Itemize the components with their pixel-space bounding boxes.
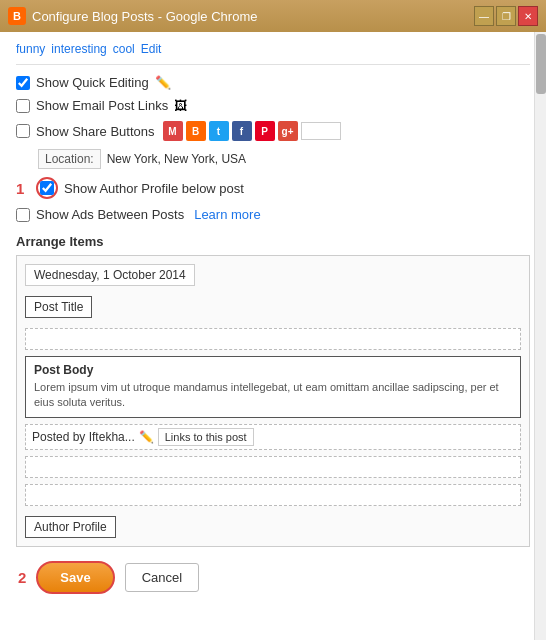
- email-links-label: Show Email Post Links: [36, 98, 168, 113]
- share-buttons-checkbox[interactable]: [16, 124, 30, 138]
- tag-cool: cool: [113, 42, 135, 56]
- location-label: Location:: [38, 149, 101, 169]
- close-button[interactable]: ✕: [518, 6, 538, 26]
- links-to-post-button[interactable]: Links to this post: [158, 428, 254, 446]
- date-item: Wednesday, 1 October 2014: [25, 264, 195, 286]
- twitter-share-icon: t: [209, 121, 229, 141]
- window-controls[interactable]: — ❐ ✕: [474, 6, 538, 26]
- email-links-checkbox[interactable]: [16, 99, 30, 113]
- share-text-input[interactable]: [301, 122, 341, 140]
- annotation-2: 2: [18, 569, 26, 586]
- author-profile-item: Author Profile: [25, 516, 116, 538]
- pinterest-share-icon: P: [255, 121, 275, 141]
- scrollbar-track: [534, 32, 546, 640]
- pencil-icon: ✏️: [155, 75, 171, 90]
- cancel-button[interactable]: Cancel: [125, 563, 199, 592]
- share-icons-group: M B t f P g+: [163, 121, 341, 141]
- title-bar: B Configure Blog Posts - Google Chrome —…: [0, 0, 546, 32]
- tag-funny: funny: [16, 42, 45, 56]
- tag-interesting: interesting: [51, 42, 106, 56]
- save-button[interactable]: Save: [36, 561, 114, 594]
- arrange-box: Wednesday, 1 October 2014 Post Title Pos…: [16, 255, 530, 547]
- posted-by-row: Posted by Iftekha... ✏️ Links to this po…: [25, 424, 521, 450]
- gmail-share-icon: M: [163, 121, 183, 141]
- author-profile-label: Show Author Profile below post: [64, 181, 244, 196]
- tags-row: funny interesting cool Edit: [16, 42, 530, 65]
- share-buttons-label: Show Share Buttons: [36, 124, 155, 139]
- show-ads-row: Show Ads Between Posts Learn more: [16, 207, 530, 222]
- restore-button[interactable]: ❐: [496, 6, 516, 26]
- empty-dashed-row-1: [25, 328, 521, 350]
- empty-dashed-row-3: [25, 484, 521, 506]
- footer-row: 2 Save Cancel: [16, 561, 530, 594]
- circle-annotation: [36, 177, 58, 199]
- minimize-button[interactable]: —: [474, 6, 494, 26]
- annotation-1: 1: [16, 180, 32, 197]
- blogger-icon: B: [8, 7, 26, 25]
- learn-more-link[interactable]: Learn more: [194, 207, 260, 222]
- author-profile-option: Show Author Profile below post: [36, 177, 244, 199]
- quick-editing-checkbox[interactable]: [16, 76, 30, 90]
- author-profile-checkbox[interactable]: [40, 181, 54, 195]
- dialog-content: funny interesting cool Edit Show Quick E…: [0, 32, 546, 640]
- blogger-share-icon: B: [186, 121, 206, 141]
- empty-dashed-row-2: [25, 456, 521, 478]
- show-ads-label: Show Ads Between Posts: [36, 207, 184, 222]
- email-links-row: Show Email Post Links 🖼: [16, 98, 530, 113]
- gplus-share-icon: g+: [278, 121, 298, 141]
- location-value: New York, New York, USA: [107, 152, 246, 166]
- quick-editing-label: Show Quick Editing: [36, 75, 149, 90]
- posted-by-text: Posted by Iftekha...: [32, 430, 135, 444]
- author-profile-row: 1 Show Author Profile below post: [16, 177, 530, 199]
- quick-editing-row: Show Quick Editing ✏️: [16, 75, 530, 90]
- post-title-item: Post Title: [25, 296, 92, 318]
- post-body-text: Lorem ipsum vim ut utroque mandamus inte…: [34, 380, 512, 411]
- image-icon: 🖼: [174, 98, 187, 113]
- arrange-title: Arrange Items: [16, 234, 530, 249]
- edit-pencil-icon: ✏️: [139, 430, 154, 444]
- post-body-title: Post Body: [34, 363, 512, 377]
- window-title: Configure Blog Posts - Google Chrome: [32, 9, 257, 24]
- location-row: Location: New York, New York, USA: [38, 149, 530, 169]
- post-body-item: Post Body Lorem ipsum vim ut utroque man…: [25, 356, 521, 418]
- tag-edit[interactable]: Edit: [141, 42, 162, 56]
- arrange-section: Arrange Items Wednesday, 1 October 2014 …: [16, 234, 530, 547]
- scrollbar-thumb[interactable]: [536, 34, 546, 94]
- share-buttons-row: Show Share Buttons M B t f P g+: [16, 121, 530, 141]
- show-ads-checkbox[interactable]: [16, 208, 30, 222]
- facebook-share-icon: f: [232, 121, 252, 141]
